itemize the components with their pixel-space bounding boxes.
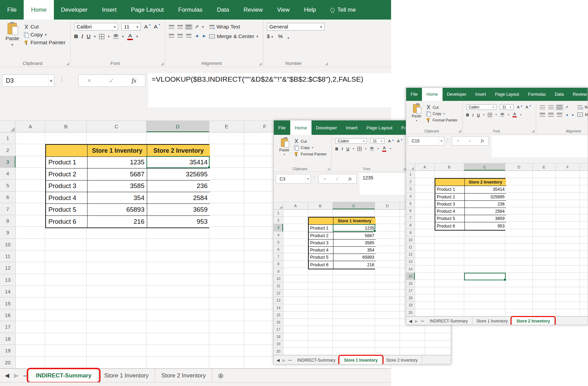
store2-value-cell[interactable]: 2584 [147, 192, 210, 204]
row-header[interactable]: 10 [274, 275, 283, 282]
copy-button[interactable]: Copy▾ [24, 32, 66, 38]
ribbon-tab[interactable]: View [270, 0, 297, 20]
align-top-icon[interactable] [540, 105, 545, 109]
value-cell[interactable]: 236 [465, 201, 506, 208]
product-cell[interactable]: Product 5 [309, 254, 333, 261]
row-header[interactable]: 20 [406, 309, 415, 316]
grow-font-button[interactable]: A▴ [388, 139, 393, 143]
row-header[interactable]: 10 [0, 239, 15, 250]
insert-function-icon[interactable]: fx [481, 138, 484, 143]
borders-icon[interactable] [488, 113, 492, 117]
dialog-launcher-icon[interactable] [325, 62, 328, 65]
product-cell[interactable]: Product 6 [46, 216, 87, 227]
wrap-text-button[interactable]: Wrap Text [209, 24, 258, 30]
product-cell[interactable]: Product 4 [435, 208, 465, 215]
column-header[interactable]: E [209, 121, 244, 132]
column-header[interactable]: B [435, 163, 464, 171]
store1-value-cell[interactable]: 1235 [87, 157, 147, 168]
sheet-overflow-button[interactable]: ... [23, 369, 30, 382]
value-cell[interactable]: 216 [333, 261, 376, 268]
decrease-indent-icon[interactable]: ◄ [565, 113, 568, 117]
row-header[interactable]: 4 [274, 232, 283, 239]
ribbon-tab[interactable]: Review [236, 0, 270, 20]
store2-value-cell[interactable]: 3659 [147, 204, 210, 215]
row-header[interactable]: 13 [406, 258, 415, 265]
ribbon-tab[interactable]: Home [422, 88, 442, 101]
column-header[interactable]: A [16, 121, 45, 132]
align-left-icon[interactable] [169, 34, 174, 38]
row-header[interactable]: 17 [0, 321, 15, 333]
column-header[interactable] [580, 163, 588, 171]
formula-input[interactable] [492, 136, 588, 157]
prev-sheet-icon[interactable]: ◀ [409, 319, 412, 324]
paste-button[interactable]: Paste▾ [410, 104, 423, 127]
row-header[interactable]: 1 [274, 210, 283, 217]
ribbon-tab[interactable]: Home [24, 0, 54, 20]
row-header[interactable]: 11 [406, 244, 415, 251]
copy-button[interactable]: Copy▾ [294, 145, 327, 150]
ribbon-tab[interactable]: Developer [443, 88, 471, 101]
product-cell[interactable]: Product 4 [309, 247, 333, 254]
cut-button[interactable]: Cut [426, 105, 458, 109]
header-cell[interactable] [46, 145, 87, 156]
copy-button[interactable]: Copy▾ [426, 111, 458, 116]
ribbon-tab[interactable]: Insert [95, 0, 124, 20]
ribbon-tab[interactable]: Page Layout [362, 120, 397, 135]
row-header[interactable]: 8 [274, 260, 283, 268]
dialog-launcher-icon[interactable] [458, 130, 461, 132]
value-cell[interactable]: 3585 [333, 239, 376, 247]
row-header[interactable]: 12 [274, 290, 283, 297]
paste-button[interactable]: Paste▾ [277, 138, 291, 165]
row-header[interactable]: 3 [274, 224, 283, 231]
ribbon-tab[interactable]: Formulas [171, 0, 210, 20]
cancel-icon[interactable]: × [457, 139, 459, 143]
bold-button[interactable]: B [74, 33, 78, 39]
sheet-overflow-button[interactable]: ... [421, 317, 425, 325]
value-cell[interactable]: 953 [465, 222, 506, 230]
orientation-icon[interactable]: ⇗ [195, 24, 199, 30]
row-header[interactable]: 18 [0, 333, 15, 345]
row-header[interactable]: 18 [406, 294, 415, 302]
font-color-button[interactable]: A [513, 112, 517, 117]
row-header[interactable]: 6 [0, 191, 15, 203]
name-box[interactable]: D3▾ [2, 74, 54, 87]
align-bottom-icon[interactable] [186, 25, 191, 29]
enter-icon[interactable]: ✓ [468, 138, 472, 143]
merge-center-button[interactable]: Merge & Center▾ [209, 33, 258, 39]
grow-font-button[interactable]: A▴ [517, 105, 522, 109]
fill-color-button[interactable] [370, 147, 374, 151]
increase-indent-icon[interactable]: ► [202, 33, 207, 38]
column-header[interactable]: E [533, 163, 556, 171]
font-size-select[interactable]: 11▾ [370, 138, 385, 144]
row-header[interactable]: 4 [406, 193, 415, 200]
shrink-font-button[interactable]: A▾ [397, 139, 402, 143]
ribbon-tab[interactable]: Formulas [524, 88, 550, 101]
percent-button[interactable]: % [278, 33, 283, 39]
borders-icon[interactable] [99, 34, 104, 39]
ribbon-tab[interactable]: Developer [54, 0, 95, 20]
row-header[interactable]: 14 [274, 304, 283, 311]
cancel-icon[interactable]: × [87, 77, 91, 84]
font-size-select[interactable]: 11▾ [121, 23, 141, 31]
store1-value-cell[interactable]: 5687 [87, 168, 147, 180]
header-cell[interactable] [309, 218, 333, 225]
row-header[interactable]: 11 [274, 282, 283, 290]
align-right-icon[interactable] [186, 34, 191, 38]
row-header[interactable]: 19 [0, 345, 15, 356]
font-color-button[interactable]: A [127, 33, 133, 40]
shrink-font-button[interactable]: A▾ [154, 24, 160, 30]
insert-function-icon[interactable]: fx [349, 176, 352, 182]
dialog-launcher-icon[interactable] [161, 62, 164, 65]
column-header[interactable]: C [87, 121, 146, 132]
product-cell[interactable]: Product 3 [46, 180, 87, 192]
align-right-icon[interactable] [557, 113, 562, 117]
product-cell[interactable]: Product 5 [435, 215, 465, 222]
sheet-overflow-button[interactable]: ... [288, 355, 293, 364]
fill-color-button[interactable] [113, 34, 119, 39]
align-center-icon[interactable] [177, 34, 183, 38]
add-sheet-button[interactable]: ⊕ [212, 369, 229, 382]
column-header[interactable]: C [333, 202, 375, 209]
fill-color-button[interactable] [500, 113, 504, 117]
row-header[interactable]: 14 [406, 265, 415, 272]
align-bottom-icon[interactable] [557, 105, 562, 109]
